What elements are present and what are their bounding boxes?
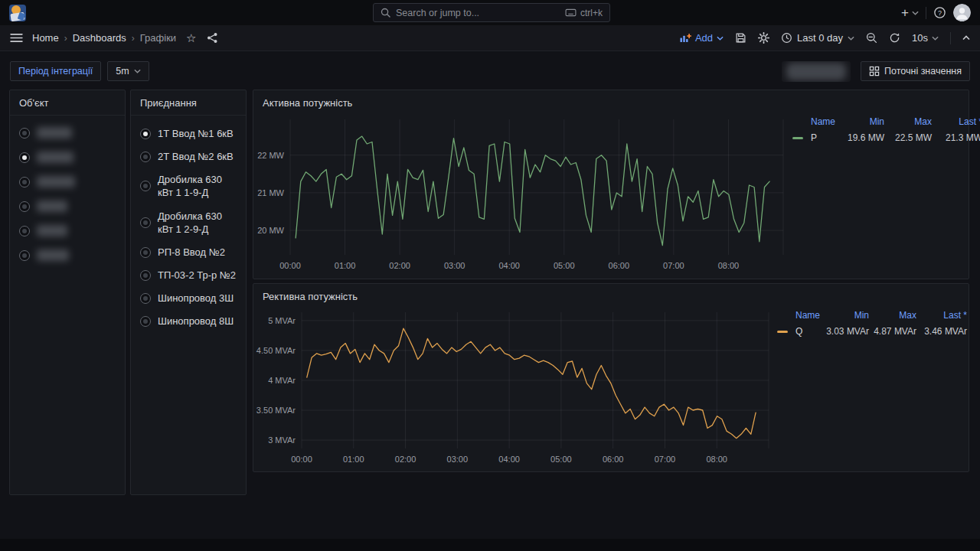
object-radio-item[interactable] [19,176,116,187]
clock-icon [781,32,792,44]
active-power-chart[interactable]: 20 MW21 MW22 MW00:0001:0002:0003:0004:00… [253,112,797,277]
plus-icon: + [901,6,909,19]
breadcrumb-item[interactable]: Dashboards [73,32,126,44]
object-radio-item[interactable] [19,249,116,261]
connection-radio-list: 1Т Ввод №1 6кВ2Т Ввод №2 6кВДробилка 630… [131,116,246,340]
object-radio-list [10,116,125,272]
y-axis-tick-label: 3 MVAr [268,435,296,445]
legend-header-max[interactable]: Max [869,310,916,321]
redacted-label [37,152,74,163]
breadcrumb-item[interactable]: Home [32,32,59,44]
chevron-down-icon [717,36,724,41]
radio-icon [140,247,151,258]
reactive-power-chart[interactable]: 3 MVAr3.50 MVAr4 MVAr4.50 MVAr5 MVAr00:0… [253,305,797,471]
radio-icon [19,152,30,163]
gear-icon [758,32,769,44]
connection-radio-item[interactable]: Дробилка 630 кВт 1 2-9-Д [140,210,237,236]
share-button[interactable] [207,32,218,44]
radio-icon [19,250,30,261]
x-axis-tick-label: 08:00 [706,455,727,464]
active-power-panel: Активна потужність 20 MW21 MW22 MW00:000… [253,90,969,279]
radio-icon [140,129,151,139]
x-axis-tick-label: 08:00 [718,261,740,270]
radio-icon [140,293,151,304]
search-input[interactable] [396,8,560,18]
redacted-button[interactable] [782,61,851,82]
legend-header-min[interactable]: Min [838,116,884,127]
legend-header-min[interactable]: Min [823,310,869,321]
connection-radio-item[interactable]: РП-8 Ввод №2 [140,246,237,259]
add-button[interactable]: Add [679,32,724,44]
legend-header-last[interactable]: Last * [916,310,967,321]
avatar-icon [953,4,971,21]
x-axis-tick-label: 05:00 [554,261,575,270]
zoom-out-icon [866,32,877,44]
dashboard-settings-button[interactable] [758,32,769,44]
radio-icon [19,201,30,212]
x-axis-tick-label: 05:00 [550,455,572,464]
integration-period-select[interactable]: 5m [107,61,149,81]
redacted-label [37,225,67,236]
app-logo-icon[interactable] [9,5,26,21]
series-line-P [296,136,769,246]
integration-period-button[interactable]: Період інтеграції [10,61,101,81]
user-avatar[interactable] [953,4,971,21]
grid-icon [869,66,880,77]
redacted-label [786,63,846,80]
top-bar: ctrl+k + ? [0,0,980,25]
save-dashboard-button[interactable] [735,32,746,44]
legend-header-name[interactable]: Name [795,310,823,321]
series-color-swatch [792,137,803,139]
integration-period-value: 5m [116,66,129,77]
reactive-power-panel: Рективна потужність 3 MVAr3.50 MVAr4 MVA… [253,283,969,472]
refresh-interval-picker[interactable]: 10s [912,32,939,44]
legend-header-name[interactable]: Name [811,116,838,127]
x-axis-tick-label: 01:00 [343,455,364,464]
current-values-button[interactable]: Поточні значення [861,61,970,81]
breadcrumb: Home›Dashboards›Графіки [32,32,176,44]
chart-legend: NameMinMaxLast *Q3.03 MVAr4.87 MVAr3.46 … [777,310,967,337]
y-axis-tick-label: 21 MW [257,188,284,197]
hamburger-menu-icon [10,33,23,43]
add-panel-icon [679,33,691,43]
svg-text:?: ? [938,9,942,17]
collapse-toolbar-button[interactable] [962,35,970,41]
search-icon [381,8,390,18]
new-button[interactable]: + [901,6,919,19]
legend-header-max[interactable]: Max [884,116,932,127]
legend-series-name[interactable]: Q [795,326,823,337]
y-axis-tick-label: 4 MVAr [268,376,296,385]
x-axis-tick-label: 06:00 [603,455,624,464]
zoom-out-button[interactable] [866,32,877,44]
star-icon[interactable]: ☆ [186,32,196,44]
legend-value: 3.46 MVAr [916,326,967,337]
connection-radio-item[interactable]: 2Т Ввод №2 6кВ [140,150,237,163]
breadcrumb-separator: › [132,33,135,44]
radio-item-label: РП-8 Ввод №2 [158,246,225,259]
connection-radio-item[interactable]: Дробилка 630 кВт 1 1-9-Д [140,173,237,199]
search-box[interactable]: ctrl+k [373,3,610,22]
legend-table: NameMinMaxLast *Q3.03 MVAr4.87 MVAr3.46 … [777,310,967,337]
object-panel: Об'єкт [9,90,126,495]
help-circle-icon: ? [933,6,946,19]
object-radio-item[interactable] [19,201,116,212]
connection-radio-item[interactable]: Шинопровод 3Ш [140,292,237,305]
breadcrumb-item[interactable]: Графіки [140,32,176,44]
legend-series-name[interactable]: P [811,132,838,143]
object-radio-item[interactable] [19,225,116,236]
legend-header-last[interactable]: Last * [932,116,980,127]
time-range-picker[interactable]: Last 0 day [781,32,854,44]
help-button[interactable]: ? [933,6,946,19]
connection-radio-item[interactable]: Шинопровод 8Ш [140,315,237,328]
object-radio-item[interactable] [19,127,116,139]
chevron-down-icon [932,36,939,41]
connection-radio-item[interactable]: 1Т Ввод №1 6кВ [140,127,237,140]
y-axis-tick-label: 5 MVAr [268,316,296,325]
x-axis-tick-label: 00:00 [279,261,301,270]
refresh-button[interactable] [889,32,900,44]
object-radio-item[interactable] [19,152,116,163]
dashboard-controls-row: Період інтеграції 5m Поточні значення [0,57,980,86]
menu-button[interactable] [10,33,23,43]
x-axis-tick-label: 02:00 [389,261,410,270]
connection-radio-item[interactable]: ТП-03-2 Тр-р №2 [140,269,237,282]
